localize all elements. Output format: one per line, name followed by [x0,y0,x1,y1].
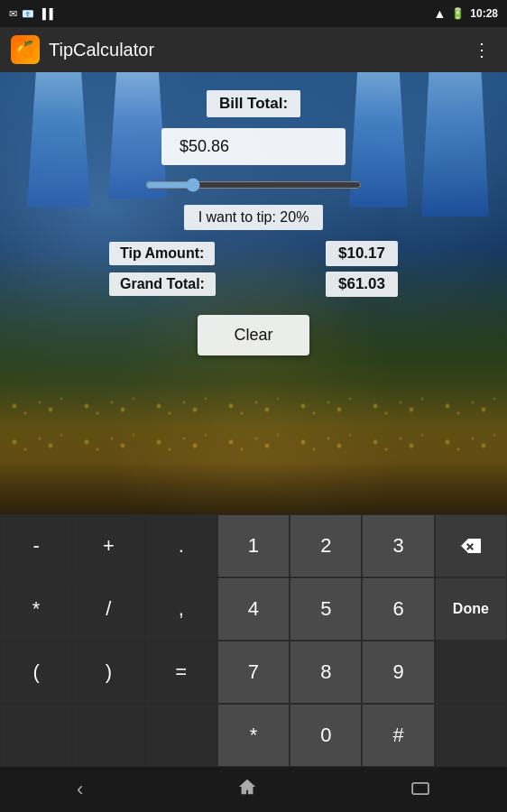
nav-back-button[interactable]: ‹ [77,778,83,801]
bill-total-label: Bill Total: [207,90,300,117]
backspace-icon [461,539,481,553]
tip-slider-container[interactable] [145,176,362,194]
keyboard: - + . 1 2 3 * / , 4 5 6 Done ( ) = 7 8 9 [0,514,507,767]
key-dot[interactable]: . [145,514,217,577]
key-6[interactable]: 6 [362,577,434,641]
key-8[interactable]: 8 [290,641,362,704]
key-empty-r3 [435,641,507,704]
key-3[interactable]: 3 [362,514,434,577]
key-open-paren[interactable]: ( [0,641,72,704]
home-icon [237,777,257,797]
key-empty-2 [72,704,144,767]
key-close-paren[interactable]: ) [72,641,144,704]
keyboard-row-2: * / , 4 5 6 Done [0,577,507,641]
key-divide[interactable]: / [72,577,144,641]
controls-overlay: Bill Total: I want to tip: 20% Tip Amoun… [0,72,507,514]
key-5[interactable]: 5 [290,577,362,641]
time-display: 10:28 [470,7,498,20]
battery-icon: 🔋 [451,7,465,20]
bill-amount-input[interactable] [172,134,335,160]
grand-total-value: $61.03 [326,272,398,297]
results-container: Tip Amount: $10.17 Grand Total: $61.03 [109,241,398,297]
app-icon: 🍊 [11,35,40,64]
bill-total-text: Bill Total: [207,90,300,117]
main-content: Bill Total: I want to tip: 20% Tip Amoun… [0,72,507,514]
key-7[interactable]: 7 [217,641,290,704]
keyboard-row-3: ( ) = 7 8 9 [0,641,507,704]
tip-slider[interactable] [145,178,362,192]
nav-back-icon: ‹ [77,778,83,800]
key-empty-1 [0,704,72,767]
grand-total-row: Grand Total: $61.03 [109,272,398,297]
clear-button-label: Clear [234,326,272,344]
keyboard-row-1: - + . 1 2 3 [0,514,507,577]
key-asterisk[interactable]: * [217,704,290,767]
key-1[interactable]: 1 [217,514,290,577]
key-multiply[interactable]: * [0,577,72,641]
key-empty-4 [435,704,507,767]
tip-percent-text: I want to tip: 20% [184,205,324,230]
key-empty-3 [145,704,217,767]
status-icons-left: ✉ 📧 ▐▐ [9,8,53,20]
key-done[interactable]: Done [435,577,507,641]
notification-icon-2: 📧 [22,8,34,20]
key-equals[interactable]: = [145,641,217,704]
key-2[interactable]: 2 [290,514,362,577]
key-9[interactable]: 9 [362,641,434,704]
notification-icon: ✉ [9,8,17,20]
nav-home-button[interactable] [237,777,257,802]
status-icons-right: ▲ 🔋 10:28 [433,6,498,21]
overflow-menu-button[interactable]: ⋮ [468,34,496,65]
tip-amount-value: $10.17 [326,241,398,266]
key-4[interactable]: 4 [217,577,290,641]
tip-amount-label: Tip Amount: [109,242,215,265]
svg-rect-0 [412,783,429,794]
key-plus[interactable]: + [72,514,144,577]
bill-input-container[interactable] [161,128,346,165]
keyboard-row-4: * 0 # [0,704,507,767]
key-minus[interactable]: - [0,514,72,577]
grand-total-label: Grand Total: [109,272,216,296]
tip-percent-label: I want to tip: 20% [184,205,324,230]
key-hash[interactable]: # [362,704,434,767]
title-bar: 🍊 TipCalculator ⋮ [0,27,507,72]
key-backspace[interactable] [435,514,507,577]
app-title: TipCalculator [49,40,468,60]
clear-button[interactable]: Clear [198,315,309,355]
nav-bar: ‹ [0,767,507,812]
status-bar: ✉ 📧 ▐▐ ▲ 🔋 10:28 [0,0,507,27]
wifi-icon: ▲ [433,6,446,21]
key-comma[interactable]: , [145,577,217,641]
nav-recent-button[interactable] [410,778,430,801]
key-0[interactable]: 0 [290,704,362,767]
signal-indicator: ▐▐ [39,8,53,19]
recent-apps-icon [410,781,430,796]
app-icon-emoji: 🍊 [15,40,35,60]
tip-amount-row: Tip Amount: $10.17 [109,241,398,266]
